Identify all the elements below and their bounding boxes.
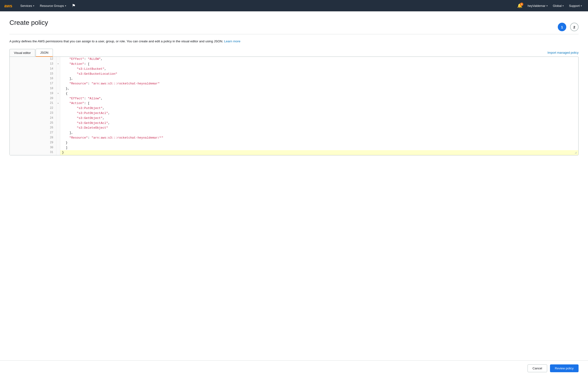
resize-handle-icon[interactable]: ⊿ bbox=[575, 151, 578, 155]
line-number: 15 bbox=[10, 72, 56, 77]
collapse-arrow[interactable] bbox=[56, 145, 60, 150]
collapse-arrow[interactable] bbox=[56, 111, 60, 116]
tab-visual-editor[interactable]: Visual editor bbox=[10, 49, 35, 57]
review-policy-button[interactable]: Review policy bbox=[550, 365, 578, 372]
pin-icon[interactable]: ⚑ bbox=[69, 2, 78, 10]
line-number: 27 bbox=[10, 131, 56, 135]
tabs-row: Visual editor JSON Import managed policy bbox=[10, 48, 578, 56]
main-content: Create policy 1 2 A policy defines the A… bbox=[0, 11, 588, 376]
page-title: Create policy bbox=[10, 19, 578, 26]
notifications-bell[interactable]: 🔔 1 bbox=[515, 2, 525, 10]
code-line: ], bbox=[60, 76, 578, 81]
support-chevron-icon: ▾ bbox=[581, 4, 582, 7]
tab-json[interactable]: JSON bbox=[36, 49, 53, 57]
line-number: 24 bbox=[10, 116, 56, 121]
line-number: 14 bbox=[10, 67, 56, 72]
line-number: 30 bbox=[10, 145, 56, 150]
code-line: } bbox=[60, 150, 578, 155]
code-line: } bbox=[60, 141, 578, 145]
code-line: "Effect": "ALLOW", bbox=[60, 57, 578, 62]
collapse-arrow[interactable] bbox=[56, 150, 60, 155]
region-menu[interactable]: Global ▾ bbox=[550, 3, 566, 9]
services-chevron-icon: ▾ bbox=[33, 4, 34, 7]
notification-badge: 1 bbox=[520, 3, 523, 6]
code-line: "s3:GetObject", bbox=[60, 116, 578, 121]
collapse-arrow[interactable] bbox=[56, 126, 60, 131]
step-1-indicator: 1 bbox=[558, 23, 566, 31]
code-line: "s3:GetBucketLocation" bbox=[60, 72, 578, 77]
resource-groups-chevron-icon: ▾ bbox=[65, 4, 66, 7]
collapse-arrow[interactable] bbox=[56, 121, 60, 126]
collapse-arrow[interactable] bbox=[56, 96, 60, 101]
code-line: }, bbox=[60, 86, 578, 91]
support-label: Support bbox=[569, 4, 580, 8]
code-line: "Resource": "arn:aws:s3:::rocketchat-hey… bbox=[60, 81, 578, 86]
code-table: 12 "Effect": "ALLOW",13▾ "Action": [14 "… bbox=[10, 57, 578, 155]
collapse-arrow[interactable] bbox=[56, 76, 60, 81]
line-number: 21 bbox=[10, 101, 56, 106]
aws-logo[interactable]: aws bbox=[4, 2, 15, 9]
step-indicators: 1 2 bbox=[558, 23, 578, 31]
collapse-arrow[interactable]: ▾ bbox=[56, 62, 60, 67]
resource-groups-menu[interactable]: Resource Groups ▾ bbox=[38, 3, 68, 9]
region-chevron-icon: ▾ bbox=[563, 4, 564, 7]
region-label: Global bbox=[553, 4, 562, 8]
step-2-indicator: 2 bbox=[570, 23, 578, 31]
collapse-arrow[interactable] bbox=[56, 86, 60, 91]
code-line: "Action": [ bbox=[60, 62, 578, 67]
line-number: 18 bbox=[10, 86, 56, 91]
line-number: 16 bbox=[10, 76, 56, 81]
top-navigation: aws Services ▾ Resource Groups ▾ ⚑ 🔔 1 h… bbox=[0, 0, 588, 11]
line-number: 12 bbox=[10, 57, 56, 62]
collapse-arrow[interactable] bbox=[56, 141, 60, 145]
code-line: "s3:PutObjectAcl", bbox=[60, 111, 578, 116]
user-label: heyValdemar bbox=[527, 4, 546, 8]
svg-text:aws: aws bbox=[4, 4, 12, 8]
code-line: "Action": [ bbox=[60, 101, 578, 106]
line-number: 20 bbox=[10, 96, 56, 101]
support-menu[interactable]: Support ▾ bbox=[567, 3, 584, 9]
services-menu[interactable]: Services ▾ bbox=[18, 3, 37, 9]
line-number: 25 bbox=[10, 121, 56, 126]
user-chevron-icon: ▾ bbox=[546, 4, 548, 7]
code-line: "s3:GetObjectAcl", bbox=[60, 121, 578, 126]
code-line: "Resource": "arn:aws:s3:::rocketchat-hey… bbox=[60, 135, 578, 141]
collapse-arrow[interactable] bbox=[56, 116, 60, 121]
line-number: 28 bbox=[10, 135, 56, 141]
line-number: 29 bbox=[10, 141, 56, 145]
collapse-arrow[interactable] bbox=[56, 57, 60, 62]
page-description: A policy defines the AWS permissions tha… bbox=[10, 39, 578, 44]
resource-groups-label: Resource Groups bbox=[40, 4, 64, 8]
collapse-arrow[interactable] bbox=[56, 135, 60, 141]
collapse-arrow[interactable] bbox=[56, 67, 60, 72]
collapse-arrow[interactable]: ▾ bbox=[56, 101, 60, 106]
nav-right-section: 🔔 1 heyValdemar ▾ Global ▾ Support ▾ bbox=[515, 2, 584, 10]
code-line: ] bbox=[60, 145, 578, 150]
line-number: 22 bbox=[10, 106, 56, 111]
line-number: 17 bbox=[10, 81, 56, 86]
collapse-arrow[interactable] bbox=[56, 72, 60, 77]
line-number: 23 bbox=[10, 111, 56, 116]
code-line: "Effect": "Allow", bbox=[60, 96, 578, 101]
collapse-arrow[interactable] bbox=[56, 131, 60, 135]
code-line: { bbox=[60, 91, 578, 96]
import-managed-policy-link[interactable]: Import managed policy bbox=[547, 51, 578, 54]
collapse-arrow[interactable]: ▾ bbox=[56, 91, 60, 96]
learn-more-link[interactable]: Learn more bbox=[224, 40, 240, 43]
line-number: 26 bbox=[10, 126, 56, 131]
line-number: 19 bbox=[10, 91, 56, 96]
code-line: "s3:PutObject", bbox=[60, 106, 578, 111]
header-divider bbox=[10, 34, 578, 34]
json-code-editor[interactable]: 12 "Effect": "ALLOW",13▾ "Action": [14 "… bbox=[10, 56, 578, 155]
bottom-action-bar: Cancel Review policy bbox=[0, 360, 588, 376]
code-line: ], bbox=[60, 131, 578, 135]
services-label: Services bbox=[20, 4, 32, 8]
code-line: "s3:DeleteObject" bbox=[60, 126, 578, 131]
collapse-arrow[interactable] bbox=[56, 81, 60, 86]
line-number: 13 bbox=[10, 62, 56, 67]
collapse-arrow[interactable] bbox=[56, 106, 60, 111]
code-line: "s3:ListBucket", bbox=[60, 67, 578, 72]
line-number: 31 bbox=[10, 150, 56, 155]
user-menu[interactable]: heyValdemar ▾ bbox=[525, 3, 550, 9]
cancel-button[interactable]: Cancel bbox=[527, 365, 547, 372]
